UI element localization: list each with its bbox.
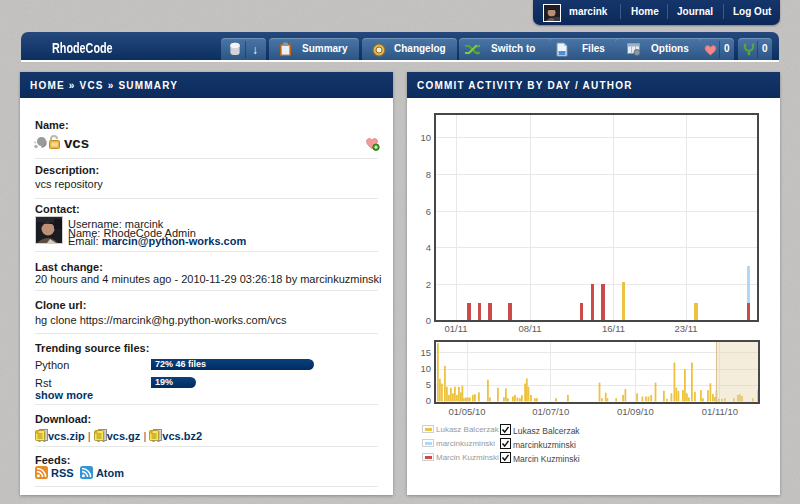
- svg-text:0: 0: [426, 395, 431, 406]
- svg-text:8: 8: [426, 169, 431, 180]
- svg-text:15: 15: [420, 347, 431, 358]
- svg-text:01/09/10: 01/09/10: [617, 406, 654, 417]
- svg-text:4: 4: [426, 242, 431, 253]
- svg-text:6: 6: [426, 206, 431, 217]
- svg-text:10: 10: [420, 132, 431, 143]
- svg-text:08/11: 08/11: [518, 323, 541, 334]
- svg-text:16/11: 16/11: [602, 323, 625, 334]
- svg-text:01/11/10: 01/11/10: [702, 406, 738, 417]
- svg-text:01/05/10: 01/05/10: [449, 406, 486, 417]
- svg-text:01/11: 01/11: [444, 323, 467, 334]
- svg-text:23/11: 23/11: [674, 323, 697, 334]
- svg-text:5: 5: [426, 379, 431, 390]
- svg-text:0: 0: [426, 315, 431, 326]
- svg-text:2: 2: [426, 279, 431, 290]
- svg-text:10: 10: [420, 363, 431, 374]
- svg-text:01/07/10: 01/07/10: [532, 406, 569, 417]
